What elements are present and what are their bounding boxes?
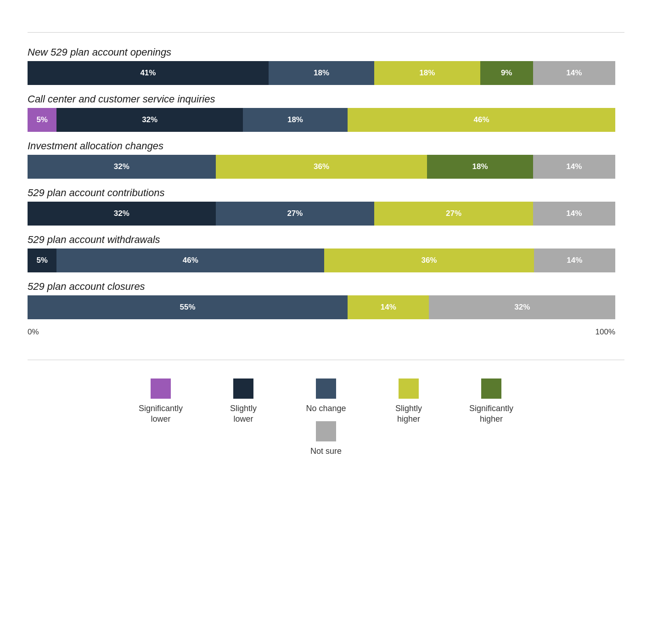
bar-segment: 32% bbox=[429, 295, 615, 319]
bar-wrapper: 41%18%18%9%14% bbox=[28, 61, 615, 85]
bar-segment: 9% bbox=[480, 61, 533, 85]
chart-row: 529 plan account withdrawals5%46%36%14% bbox=[28, 234, 615, 272]
legend-color-box bbox=[233, 378, 253, 399]
chart-row: Call center and customer service inquiri… bbox=[28, 93, 615, 132]
legend-label: Slightlyhigher bbox=[395, 403, 422, 425]
chart-row-label: New 529 plan account openings bbox=[28, 46, 615, 58]
bar-segment: 18% bbox=[427, 155, 533, 179]
chart-row: Investment allocation changes32%36%18%14… bbox=[28, 140, 615, 179]
chart-row-label: Investment allocation changes bbox=[28, 140, 615, 152]
legend-item-not-sure: Not sure bbox=[298, 421, 354, 457]
legend-item-no-change: No change bbox=[298, 378, 354, 414]
legend-item: Significantlyhigher bbox=[464, 378, 519, 425]
bar-segment: 5% bbox=[28, 108, 56, 132]
chart-row-label: Call center and customer service inquiri… bbox=[28, 93, 615, 105]
legend-label: Not sure bbox=[310, 446, 342, 457]
legend-section: SignificantlylowerSlightlylowerNo change… bbox=[28, 360, 624, 457]
axis-label-left: 0% bbox=[28, 328, 39, 337]
bar-segment: 46% bbox=[348, 108, 615, 132]
axis-label-right: 100% bbox=[596, 328, 615, 337]
chart-row-label: 529 plan account contributions bbox=[28, 187, 615, 199]
chart-row: 529 plan account contributions32%27%27%1… bbox=[28, 187, 615, 226]
chart-row-label: 529 plan account closures bbox=[28, 281, 615, 293]
bar-wrapper: 5%32%18%46% bbox=[28, 108, 615, 132]
bar-segment: 14% bbox=[534, 249, 615, 272]
bar-segment: 41% bbox=[28, 61, 269, 85]
divider-top bbox=[28, 32, 624, 33]
legend-label: No change bbox=[306, 403, 346, 414]
bar-segment: 14% bbox=[533, 202, 615, 226]
legend-color-box bbox=[151, 378, 171, 399]
bar-segment: 14% bbox=[533, 155, 615, 179]
bar-segment: 27% bbox=[374, 202, 533, 226]
bar-segment: 32% bbox=[28, 155, 216, 179]
legend-color-box bbox=[399, 378, 419, 399]
chart-container: New 529 plan account openings41%18%18%9%… bbox=[28, 46, 615, 337]
legend-label: Significantlylower bbox=[139, 403, 183, 425]
bar-segment: 36% bbox=[216, 155, 427, 179]
chart-row: New 529 plan account openings41%18%18%9%… bbox=[28, 46, 615, 85]
bar-wrapper: 32%36%18%14% bbox=[28, 155, 615, 179]
bar-segment: 5% bbox=[28, 249, 56, 272]
bar-segment: 32% bbox=[56, 108, 243, 132]
bar-segment: 18% bbox=[243, 108, 348, 132]
bar-wrapper: 55%14%32% bbox=[28, 295, 615, 319]
bar-wrapper: 5%46%36%14% bbox=[28, 249, 615, 272]
legend-color-box bbox=[316, 421, 336, 441]
chart-row-label: 529 plan account withdrawals bbox=[28, 234, 615, 246]
bar-segment: 55% bbox=[28, 295, 348, 319]
bar-wrapper: 32%27%27%14% bbox=[28, 202, 615, 226]
bar-segment: 14% bbox=[348, 295, 429, 319]
legend-color-box bbox=[481, 378, 501, 399]
chart-row: 529 plan account closures55%14%32% bbox=[28, 281, 615, 319]
legend-middle-group: No changeNot sure bbox=[298, 378, 354, 457]
legend-item: Significantlylower bbox=[133, 378, 188, 425]
bar-segment: 18% bbox=[374, 61, 480, 85]
bar-segment: 27% bbox=[216, 202, 375, 226]
bar-segment: 14% bbox=[533, 61, 615, 85]
legend-label: Slightlylower bbox=[230, 403, 257, 425]
bar-segment: 36% bbox=[324, 249, 534, 272]
legend-color-box bbox=[316, 378, 336, 399]
legend-item: Slightlylower bbox=[216, 378, 271, 425]
axis-row: 0%100% bbox=[28, 328, 615, 337]
bar-segment: 18% bbox=[269, 61, 374, 85]
bar-segment: 32% bbox=[28, 202, 216, 226]
legend-label: Significantlyhigher bbox=[469, 403, 513, 425]
bar-segment: 46% bbox=[56, 249, 324, 272]
legend-item: Slightlyhigher bbox=[381, 378, 436, 425]
